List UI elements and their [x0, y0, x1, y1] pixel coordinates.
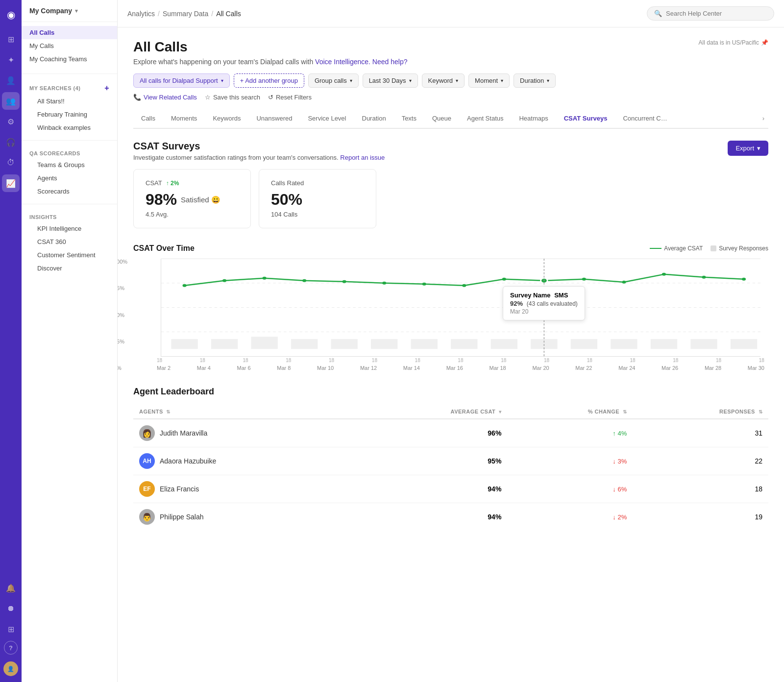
tab-queue[interactable]: Queue [424, 109, 459, 129]
svg-point-24 [382, 282, 386, 285]
view-related-calls[interactable]: 📞 View Related Calls [133, 94, 197, 101]
export-button[interactable]: Export ▾ [728, 141, 768, 156]
svg-rect-8 [331, 339, 358, 349]
agent-avatar: AH [139, 453, 155, 469]
tab-agent-status[interactable]: Agent Status [459, 109, 511, 129]
svg-rect-18 [731, 339, 757, 349]
page-subtitle: Explore what's happening on your team's … [133, 58, 407, 66]
csat-section-title: CSAT Surveys [133, 141, 385, 152]
tabs-scroll-right[interactable]: › [759, 109, 768, 128]
breadcrumb-analytics[interactable]: Analytics [127, 10, 155, 18]
filter-all-calls[interactable]: All calls for Dialpad Support ▾ [133, 73, 230, 88]
sidebar-item-csat360[interactable]: CSAT 360 [29, 235, 109, 248]
report-issue-link[interactable]: Report an issue [340, 154, 385, 161]
svg-rect-10 [411, 339, 438, 349]
agent-change-cell: ↑ 4% [507, 419, 633, 447]
search-input[interactable] [666, 10, 767, 17]
agent-avatar: EF [139, 481, 155, 497]
chart-header: CSAT Over Time Average CSAT Survey Respo… [133, 244, 768, 253]
sidebar-item-feb-training[interactable]: February Training [29, 108, 109, 121]
recordings-icon[interactable]: ⏺ [2, 600, 20, 617]
tab-unanswered[interactable]: Unanswered [248, 109, 300, 129]
tab-concurrent[interactable]: Concurrent C… [615, 109, 675, 129]
filter-add-group[interactable]: + Add another group [234, 73, 304, 88]
help-icon[interactable]: ? [4, 641, 18, 655]
home-icon[interactable]: ⊞ [2, 30, 20, 48]
contacts-icon[interactable]: 👤 [2, 72, 20, 89]
analytics-icon[interactable]: 📈 [2, 174, 20, 192]
sidebar-item-all-stars[interactable]: All Stars!! [29, 95, 109, 108]
data-notice: All data is in US/Pacific 📌 [699, 39, 768, 46]
tab-texts[interactable]: Texts [394, 109, 424, 129]
sidebar-item-agents[interactable]: Agents [29, 171, 109, 185]
add-search-icon[interactable]: + [104, 84, 109, 93]
svg-point-32 [702, 276, 706, 279]
phone-icon: 📞 [133, 94, 141, 101]
tab-csat-surveys[interactable]: CSAT Surveys [556, 109, 615, 129]
svg-point-21 [263, 277, 267, 280]
my-searches-heading: My Searches (4) + [29, 84, 109, 93]
sidebar-item-discover[interactable]: Discover [29, 262, 109, 275]
tab-calls[interactable]: Calls [133, 109, 163, 129]
tab-service-level[interactable]: Service Level [300, 109, 354, 129]
calls-rated-value: 50% [271, 191, 364, 209]
agent-change-cell: ↓ 2% [507, 503, 633, 531]
sort-responses-icon[interactable]: ⇅ [759, 409, 763, 414]
legend-rect-icon [710, 245, 716, 251]
apps-icon[interactable]: ⊞ [2, 620, 20, 638]
sort-change-icon[interactable]: ⇅ [623, 409, 627, 414]
agent-name: Judith Maravilla [160, 429, 207, 437]
table-row: 👩 Judith Maravilla 96% ↑ 4% 31 [133, 419, 768, 447]
sidebar-item-coaching[interactable]: My Coaching Teams [22, 52, 117, 66]
pin-icon: 📌 [761, 39, 768, 46]
company-name[interactable]: My Company ▾ [29, 7, 78, 15]
svg-rect-6 [251, 337, 277, 349]
filter-dropdown-icon: ▾ [221, 78, 223, 83]
tab-moments[interactable]: Moments [163, 109, 205, 129]
agent-responses-cell: 31 [633, 419, 768, 447]
agent-avatar: 👩 [139, 425, 155, 441]
chart-svg [161, 259, 760, 356]
app-logo[interactable]: ◉ [2, 6, 20, 24]
settings-icon[interactable]: ⚙ [2, 113, 20, 130]
teams-icon[interactable]: 👥 [2, 92, 20, 110]
filter-keyword[interactable]: Keyword ▾ [422, 73, 465, 88]
filter-actions: 📞 View Related Calls ☆ Save this search … [133, 94, 768, 101]
sidebar-item-scorecards[interactable]: Scorecards [29, 185, 109, 198]
agent-name-cell: EF Eliza Francis [133, 475, 353, 503]
reset-filters[interactable]: ↺ Reset Filters [268, 94, 312, 101]
tab-heatmaps[interactable]: Heatmaps [511, 109, 556, 129]
sort-csat-icon[interactable]: ▾ [499, 409, 502, 414]
sidebar-item-customer-sentiment[interactable]: Customer Sentiment [29, 248, 109, 262]
ai-icon[interactable]: ✦ [2, 51, 20, 69]
user-avatar[interactable]: 👤 [3, 661, 18, 676]
filter-last-30-days[interactable]: Last 30 Days ▾ [363, 73, 418, 88]
voice-intelligence-link[interactable]: Voice Intelligence. Need help? [315, 58, 407, 66]
csat-value: 98% [146, 191, 177, 209]
sidebar-item-winback[interactable]: Winback examples [29, 121, 109, 134]
history-icon[interactable]: ⏱ [2, 154, 20, 171]
leaderboard-section: Agent Leaderboard AGENTS ⇅ AVERAGE CSAT … [133, 387, 768, 531]
table-row: EF Eliza Francis 94% ↓ 6% 18 [133, 475, 768, 503]
notifications-icon[interactable]: 🔔 [2, 579, 20, 597]
filter-duration[interactable]: Duration ▾ [514, 73, 556, 88]
icon-rail: ◉ ⊞ ✦ 👤 👥 ⚙ 🎧 ⏱ 📈 🔔 ⏺ ⊞ ? 👤 [0, 0, 22, 682]
help-search-box[interactable]: 🔍 [647, 6, 774, 21]
filter-group-calls[interactable]: Group calls ▾ [308, 73, 359, 88]
tab-keywords[interactable]: Keywords [205, 109, 248, 129]
sidebar-item-teams-groups[interactable]: Teams & Groups [29, 158, 109, 171]
svg-point-26 [462, 284, 466, 287]
tab-duration[interactable]: Duration [354, 109, 394, 129]
headset-icon[interactable]: 🎧 [2, 133, 20, 151]
sidebar-item-kpi[interactable]: KPI Intelligence [29, 222, 109, 235]
csat-section-header: CSAT Surveys Investigate customer satisf… [133, 141, 768, 161]
breadcrumb-summary-data[interactable]: Summary Data [163, 10, 208, 18]
calls-rated-label: Calls Rated [271, 179, 364, 187]
filter-keyword-dropdown-icon: ▾ [456, 78, 458, 83]
sidebar-item-all-calls[interactable]: All Calls [22, 26, 117, 39]
sidebar-item-my-calls[interactable]: My Calls [22, 39, 117, 52]
agent-name: Philippe Salah [160, 513, 204, 521]
filter-moment[interactable]: Moment ▾ [468, 73, 510, 88]
sort-agents-icon[interactable]: ⇅ [166, 409, 171, 414]
save-search[interactable]: ☆ Save this search [205, 94, 260, 101]
